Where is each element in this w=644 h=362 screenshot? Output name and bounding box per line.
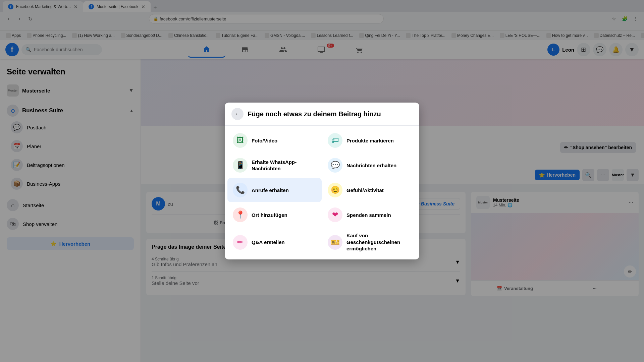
qa-icon: ✏ (233, 235, 248, 250)
dialog-label-anrufe: Anrufe erhalten (252, 187, 289, 194)
dialog-option-nachrichten[interactable]: 💬 Nachrichten erhalten (322, 153, 417, 177)
dialog-label-ort: Ort hinzufügen (252, 212, 287, 219)
dialog-option-spenden[interactable]: ❤ Spenden sammeln (322, 203, 417, 227)
dialog-label-nachrichten: Nachrichten erhalten (346, 162, 396, 169)
spenden-icon: ❤ (328, 207, 342, 222)
foto-video-icon: 🖼 (233, 133, 248, 148)
dialog-option-ort[interactable]: 📍 Ort hinzufügen (227, 203, 322, 227)
dialog-option-anrufe[interactable]: 📞 Anrufe erhalten (227, 178, 322, 202)
gutscheine-icon: 🎫 (328, 235, 342, 250)
dialog-label-gefuehl: Gefühl/Aktivität (346, 187, 384, 194)
dialog-option-produkte[interactable]: 🏷 Produkte markieren (322, 128, 417, 153)
ort-icon: 📍 (233, 207, 248, 222)
anrufe-icon: 📞 (233, 183, 248, 197)
dialog-overlay[interactable]: ← Füge noch etwas zu deinem Beitrag hinz… (0, 0, 644, 362)
dialog-header: ← Füge noch etwas zu deinem Beitrag hinz… (225, 103, 419, 126)
dialog-option-whatsapp[interactable]: 📱 Erhalte WhatsApp-Nachrichten (227, 153, 322, 177)
dialog-option-qa[interactable]: ✏ Q&A erstellen (227, 228, 322, 257)
dialog-label-produkte: Produkte markieren (346, 137, 394, 144)
dialog-options-grid: 🖼 Foto/Video 🏷 Produkte markieren 📱 Erha… (225, 126, 419, 259)
gefuehl-icon: 😊 (328, 183, 342, 197)
dialog-back-button[interactable]: ← (231, 108, 244, 120)
produkte-icon: 🏷 (328, 133, 342, 148)
dialog-label-gutscheine: Kauf von Geschenkgutscheinen ermöglichen (346, 232, 411, 252)
dialog-option-foto-video[interactable]: 🖼 Foto/Video (227, 128, 322, 153)
dialog-option-gefuehl[interactable]: 😊 Gefühl/Aktivität (322, 178, 417, 202)
dialog-title: Füge noch etwas zu deinem Beitrag hinzu (248, 110, 381, 118)
whatsapp-icon: 📱 (233, 158, 248, 173)
messenger-receive-icon: 💬 (328, 158, 342, 173)
dialog-option-gutscheine[interactable]: 🎫 Kauf von Geschenkgutscheinen ermöglich… (322, 228, 417, 257)
add-to-post-dialog: ← Füge noch etwas zu deinem Beitrag hinz… (225, 103, 419, 259)
dialog-label-spenden: Spenden sammeln (346, 212, 391, 219)
dialog-label-qa: Q&A erstellen (252, 239, 285, 246)
dialog-label-foto-video: Foto/Video (252, 137, 277, 144)
dialog-label-whatsapp: Erhalte WhatsApp-Nachrichten (252, 159, 316, 172)
